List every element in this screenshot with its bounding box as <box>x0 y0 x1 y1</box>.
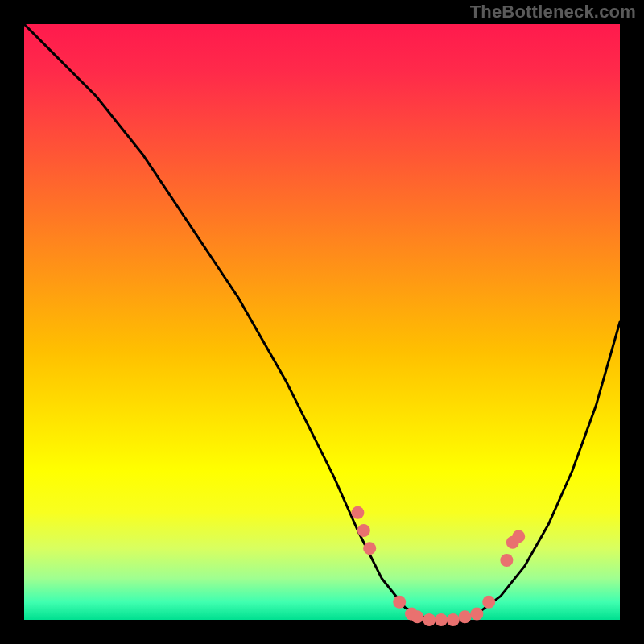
curve-path <box>24 24 620 620</box>
data-dot <box>393 596 406 609</box>
watermark-text: TheBottleneck.com <box>470 2 636 23</box>
data-dot <box>351 506 364 519</box>
data-dot <box>482 596 495 609</box>
data-dot <box>357 524 370 537</box>
data-dot <box>470 608 483 621</box>
data-dots-group <box>351 506 525 626</box>
data-dot <box>512 530 525 543</box>
data-dot <box>435 613 448 626</box>
chart-plot-area <box>24 24 620 620</box>
data-dot <box>447 613 460 626</box>
curve-line-group <box>24 24 620 620</box>
data-dot <box>459 610 472 623</box>
data-dot <box>423 613 436 626</box>
chart-svg <box>24 24 620 620</box>
data-dot <box>411 610 423 623</box>
data-dot <box>500 554 513 567</box>
data-dot <box>363 542 376 555</box>
